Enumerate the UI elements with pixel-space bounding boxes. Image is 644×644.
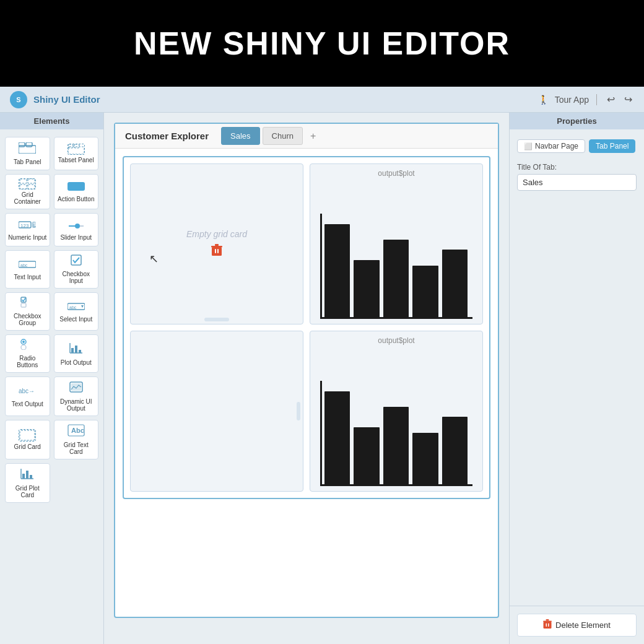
sidebar-item-grid-container[interactable]: Grid Container [5, 174, 50, 209]
action-button-label: Action Button [58, 196, 94, 202]
sidebar-item-grid-text-card[interactable]: Abc Grid Text Card [54, 420, 99, 459]
dynamic-ui-output-label: Dynamic UI Output [57, 398, 96, 412]
grid-card-empty-2[interactable] [130, 331, 303, 492]
sidebar: Elements Tab Panel [0, 113, 104, 644]
prop-breadcrumb: ⬜ Navbar Page Tab Panel [517, 139, 637, 153]
grid-container-icon [19, 178, 36, 189]
numeric-input-icon: 123 ⇅ [19, 219, 36, 232]
canvas-tab-churn[interactable]: Churn [263, 127, 303, 145]
svg-rect-6 [20, 179, 27, 183]
svg-rect-54 [543, 621, 552, 622]
element-grid: Tab Panel Tabset Panel [2, 134, 101, 505]
bar-2b [354, 427, 379, 484]
navbar-crumb-label: Navbar Page [535, 142, 578, 150]
redo-icon[interactable]: ↪ [622, 94, 634, 106]
slider-input-label: Slider Input [60, 234, 92, 241]
add-tab-button[interactable]: + [305, 127, 321, 145]
sidebar-item-slider-input[interactable]: Slider Input [54, 213, 99, 246]
svg-rect-7 [28, 179, 35, 183]
tabpanel-crumb-label: Tab Panel [596, 142, 629, 150]
sidebar-item-grid-card[interactable]: Grid Card [5, 420, 50, 459]
sidebar-item-checkbox-group[interactable]: Checkbox Group [5, 292, 50, 331]
sidebar-item-action-button[interactable]: Action Button [54, 174, 99, 209]
person-icon: 🚶 [537, 94, 550, 106]
undo-icon[interactable]: ↩ [604, 94, 617, 106]
radio-buttons-icon [20, 339, 34, 353]
sidebar-item-tab-panel[interactable]: Tab Panel [5, 137, 50, 170]
plot-card-1[interactable]: output$plot [310, 163, 483, 324]
sidebar-item-numeric-input[interactable]: 123 ⇅ Numeric Input [5, 213, 50, 246]
sidebar-item-text-input[interactable]: abc Text Input [5, 250, 50, 289]
text-output-icon: abc → [19, 386, 36, 399]
sidebar-item-checkbox-input[interactable]: Checkbox Input [54, 250, 99, 289]
numeric-input-label: Numeric Input [8, 234, 46, 241]
svg-rect-52 [546, 624, 547, 627]
svg-rect-4 [68, 144, 73, 148]
sidebar-item-grid-plot-card[interactable]: Grid Plot Card [5, 463, 50, 503]
svg-rect-50 [215, 244, 219, 246]
delete-element-button[interactable]: Delete Element [517, 614, 637, 637]
sidebar-item-select-input[interactable]: abc Select Input [54, 292, 99, 331]
grid-text-card-icon: Abc [67, 424, 85, 440]
svg-rect-37 [71, 383, 81, 391]
plot-output-icon [69, 342, 84, 357]
properties-body: ⬜ Navbar Page Tab Panel Title Of Tab: [510, 129, 644, 606]
svg-rect-43 [22, 474, 25, 479]
empty-card-label: Empty grid card [186, 229, 247, 239]
canvas-container: Customer Explorer Sales Churn + [114, 123, 499, 618]
bar-1b [324, 391, 350, 484]
svg-rect-46 [212, 247, 222, 256]
grid-card-label: Grid Card [14, 443, 41, 450]
bar-2 [354, 260, 379, 317]
svg-rect-5 [74, 144, 79, 148]
radio-buttons-label: Radio Buttons [8, 355, 47, 368]
grid-text-card-label: Grid Text Card [57, 442, 96, 455]
action-button-icon [67, 181, 85, 194]
canvas-brand: Customer Explorer [125, 131, 209, 141]
svg-rect-47 [215, 249, 216, 253]
prop-crumb-tabpanel[interactable]: Tab Panel [589, 139, 635, 153]
app-shell: S Shiny UI Editor 🚶 Tour App ↩ ↪ Element… [0, 87, 644, 644]
svg-rect-3 [68, 147, 84, 154]
prop-crumb-navbar[interactable]: ⬜ Navbar Page [517, 139, 585, 153]
bar-3 [383, 240, 409, 317]
svg-rect-49 [211, 246, 222, 248]
bar-4 [412, 266, 438, 318]
sidebar-item-text-output[interactable]: abc → Text Output [5, 376, 50, 416]
plot-label-2: output$plot [378, 336, 414, 345]
scroll-hint-bottom [204, 318, 229, 321]
plot-card-2[interactable]: output$plot [310, 331, 483, 492]
sidebar-item-radio-buttons[interactable]: Radio Buttons [5, 334, 50, 373]
topbar: S Shiny UI Editor 🚶 Tour App ↩ ↪ [0, 87, 644, 113]
sidebar-item-plot-output[interactable]: Plot Output [54, 334, 99, 373]
grid-card-empty[interactable]: ↖ Empty grid card [130, 163, 303, 324]
divider [596, 94, 597, 105]
tour-app-label[interactable]: Tour App [555, 95, 589, 105]
svg-rect-53 [548, 624, 549, 627]
cursor-icon: ↖ [149, 252, 159, 266]
canvas-navbar: Customer Explorer Sales Churn + [115, 124, 498, 149]
text-output-label: Text Output [12, 401, 43, 407]
text-input-label: Text Input [14, 274, 41, 281]
sidebar-title: Elements [0, 113, 103, 129]
main-layout: Elements Tab Panel [0, 113, 644, 644]
sidebar-item-tabset-panel[interactable]: Tabset Panel [54, 137, 99, 170]
canvas-area: Customer Explorer Sales Churn + [104, 113, 509, 644]
sidebar-item-dynamic-ui-output[interactable]: Dynamic UI Output [54, 376, 99, 416]
svg-rect-45 [30, 475, 32, 479]
canvas-tab-sales[interactable]: Sales [221, 127, 260, 145]
svg-point-28 [21, 345, 26, 350]
svg-rect-2 [26, 142, 32, 147]
grid-card-icon [19, 429, 36, 442]
delete-empty-card-icon[interactable] [211, 244, 222, 259]
bar-4b [412, 433, 438, 485]
topbar-title: Shiny UI Editor [33, 94, 100, 105]
svg-rect-31 [71, 348, 74, 353]
svg-rect-10 [67, 182, 85, 191]
svg-rect-48 [217, 249, 219, 253]
bar-3b [383, 407, 409, 484]
checkbox-group-label: Checkbox Group [8, 313, 47, 326]
title-of-tab-input[interactable] [517, 174, 637, 191]
delete-element-label: Delete Element [555, 620, 611, 630]
svg-rect-8 [20, 185, 27, 189]
